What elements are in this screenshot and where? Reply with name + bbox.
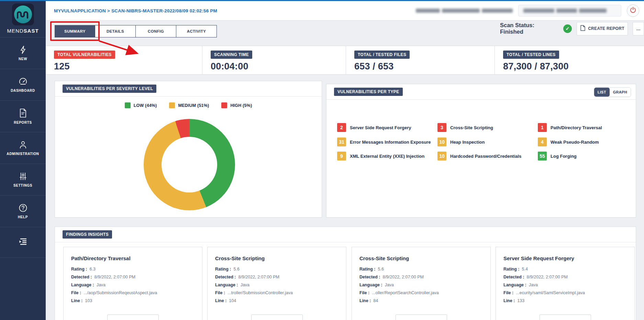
- sidebar: MENDSAST NEW DASHBOARD REPORTS ADMINISTR…: [0, 0, 46, 320]
- scan-status-text: Scan Status: Finished: [500, 22, 558, 35]
- report-doc-icon: [580, 25, 585, 32]
- breadcrumb-project-link[interactable]: MYVULNAPPLICATION: [54, 8, 106, 13]
- list-graph-toggle: LIST GRAPH: [594, 87, 631, 97]
- stat-tested-files: TOTAL / TESTED FILES 653 / 653: [346, 46, 495, 74]
- finding-details-button[interactable]: [540, 315, 591, 320]
- tab-activity[interactable]: ACTIVITY: [176, 25, 217, 37]
- legend-swatch-low: [125, 102, 131, 108]
- type-item: 2 Server Side Request Forgery: [337, 123, 411, 132]
- stat-value: 125: [54, 61, 202, 72]
- app-logo[interactable]: MENDSAST: [0, 0, 46, 37]
- sidebar-collapse-button[interactable]: [0, 227, 46, 258]
- type-count-badge: 2: [337, 123, 346, 132]
- finding-line: 103: [85, 298, 92, 303]
- help-icon: [19, 203, 27, 212]
- vulnerability-types-panel: VULNERABILITIES PER TYPE LIST GRAPH 2 Se…: [326, 84, 636, 218]
- type-count-badge: 3: [437, 123, 446, 132]
- type-item: 10 Hardcoded Password/Credentials: [437, 152, 521, 161]
- finding-language: Java: [97, 283, 106, 287]
- finished-check-icon: ✓: [563, 24, 572, 33]
- type-item: 9 XML External Entity (XXE) Injection: [337, 152, 424, 161]
- finding-detected: 8/9/2022, 2:07:00 PM: [238, 275, 279, 279]
- finding-title: Cross-Site Scripting: [215, 255, 338, 261]
- donut-hole: [162, 137, 217, 192]
- sidebar-item-reports[interactable]: REPORTS: [0, 100, 46, 132]
- lightning-icon: [19, 45, 27, 54]
- user-name-redacted: [416, 9, 513, 13]
- power-icon: [630, 7, 636, 15]
- finding-file: ...ecurity/saml/SamlServiceImpl.java: [516, 290, 585, 295]
- type-count-badge: 55: [538, 152, 547, 161]
- findings-panel-title: FINDINGS INSIGHTS: [63, 230, 112, 239]
- sidebar-item-label: NEW: [19, 57, 27, 61]
- sidebar-item-administration[interactable]: ADMINISTRATION: [0, 132, 46, 164]
- finding-card: Cross-Site Scripting Rating :5.6 Detecte…: [352, 247, 491, 320]
- finding-details-button[interactable]: [251, 315, 303, 320]
- finding-file: .../aop/SubmissionReqeustAspect.java: [84, 290, 157, 295]
- create-report-button[interactable]: CREATE REPORT: [577, 22, 628, 35]
- logout-button[interactable]: [627, 4, 639, 17]
- tab-config[interactable]: CONFIG: [136, 25, 176, 37]
- tab-summary[interactable]: SUMMARY: [55, 25, 95, 37]
- finding-detected: 8/9/2022, 2:07:00 PM: [526, 275, 568, 279]
- sidebar-item-label: ADMINISTRATION: [7, 152, 39, 156]
- sidebar-item-new[interactable]: NEW: [0, 37, 46, 69]
- finding-file: ...troller/SubmissionController.java: [227, 290, 293, 295]
- org-selector-redacted[interactable]: [518, 5, 621, 16]
- finding-detected: 8/9/2022, 2:07:00 PM: [382, 275, 424, 279]
- finding-rating: 5.6: [378, 267, 384, 272]
- finding-language: Java: [529, 283, 538, 287]
- severity-panel-title: VULNERABILITIES PER SEVERITY LEVEL: [63, 85, 156, 93]
- top-accent-bar: [0, 0, 644, 1]
- finding-line: 104: [229, 298, 236, 303]
- stat-cards-row: TOTAL VULNERABILITIES 125 SCANNING TIME …: [46, 46, 644, 75]
- legend-item-high[interactable]: HIGH (5%): [221, 102, 252, 108]
- stat-badge: TOTAL VULNERABILITIES: [54, 51, 115, 59]
- legend-swatch-medium: [169, 102, 175, 108]
- sidebar-item-label: REPORTS: [14, 121, 32, 124]
- sliders-icon: [19, 172, 27, 181]
- finding-rating: 5.4: [522, 267, 528, 272]
- finding-rating: 5.6: [234, 267, 240, 272]
- stat-value: 87,300 / 87,300: [503, 61, 644, 72]
- collapse-menu-icon: [19, 238, 27, 247]
- type-count-badge: 10: [437, 137, 446, 146]
- sidebar-item-label: DASHBOARD: [11, 89, 35, 92]
- scan-status-bar: Scan Status: Finished ✓ CREATE REPORT ..…: [500, 22, 644, 35]
- sidebar-item-label: HELP: [18, 215, 28, 219]
- breadcrumb: MYVULNAPPLICATION > SCAN-NIBRS-MASTER-20…: [54, 8, 217, 13]
- tab-details[interactable]: DETAILS: [95, 25, 136, 37]
- stat-total-vulnerabilities: TOTAL VULNERABILITIES 125: [46, 46, 202, 74]
- finding-title: Cross-Site Scripting: [359, 255, 483, 261]
- finding-language: Java: [385, 283, 394, 287]
- more-actions-button[interactable]: ...: [633, 22, 644, 35]
- type-item: 55 Log Forging: [538, 152, 577, 161]
- type-item: 1 Path/Directory Traversal: [538, 123, 602, 132]
- finding-rating: 6.3: [90, 267, 96, 272]
- type-count-badge: 31: [337, 137, 346, 146]
- legend-item-low[interactable]: LOW (44%): [125, 102, 157, 108]
- scan-tabs: SUMMARY DETAILS CONFIG ACTIVITY: [55, 25, 217, 37]
- sidebar-item-settings[interactable]: SETTINGS: [0, 164, 46, 195]
- finding-title: Path/Directory Traversal: [71, 255, 195, 261]
- finding-details-button[interactable]: [107, 315, 159, 320]
- findings-insights-panel: FINDINGS INSIGHTS Path/Directory Travers…: [55, 227, 636, 320]
- breadcrumb-separator: >: [107, 8, 110, 13]
- type-count-badge: 10: [437, 152, 446, 161]
- toggle-graph[interactable]: GRAPH: [610, 88, 631, 97]
- logo-wordmark: MENDSAST: [7, 28, 38, 34]
- stat-scanning-time: SCANNING TIME 00:04:00: [202, 46, 346, 74]
- finding-card: Path/Directory Traversal Rating :6.3 Det…: [63, 247, 202, 320]
- sidebar-item-label: SETTINGS: [13, 184, 32, 187]
- finding-details-button[interactable]: [396, 315, 447, 320]
- toggle-list[interactable]: LIST: [594, 88, 610, 97]
- type-item: 4 Weak Pseudo-Random: [538, 137, 599, 146]
- sidebar-item-help[interactable]: HELP: [0, 195, 46, 227]
- sidebar-item-dashboard[interactable]: DASHBOARD: [0, 69, 46, 100]
- logo-tile: [12, 3, 34, 25]
- stat-badge: TOTAL / TESTED FILES: [354, 51, 410, 59]
- stat-badge: TOTAL / TESTED LINES: [503, 51, 559, 59]
- legend-item-medium[interactable]: MEDIUM (51%): [169, 102, 209, 108]
- stat-badge: SCANNING TIME: [211, 51, 252, 59]
- severity-panel: VULNERABILITIES PER SEVERITY LEVEL LOW (…: [55, 81, 322, 218]
